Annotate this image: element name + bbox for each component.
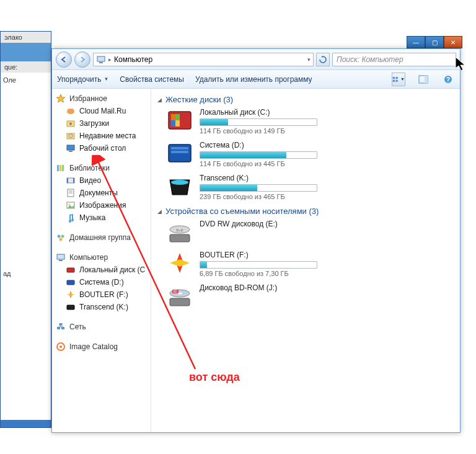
svg-rect-52 bbox=[171, 151, 188, 153]
collapse-triangle-icon: ◢ bbox=[157, 208, 162, 215]
sidebar-item-drive-c[interactable]: Локальный диск (C bbox=[55, 264, 148, 276]
breadcrumb-text: Компьютер bbox=[114, 55, 152, 64]
sidebar-item-downloads[interactable]: Загрузки bbox=[55, 117, 148, 130]
svg-rect-35 bbox=[67, 280, 74, 285]
background-window: элако que: Оле ад bbox=[0, 31, 51, 428]
drive-name: DVD RW дисковод (E:) bbox=[200, 220, 454, 228]
network-header[interactable]: Сеть bbox=[55, 321, 148, 333]
sidebar-item-cloud[interactable]: Cloud Mail.Ru bbox=[55, 105, 148, 117]
computer-icon bbox=[56, 252, 66, 262]
organize-button[interactable]: Упорядочить▼ bbox=[57, 75, 108, 84]
svg-rect-3 bbox=[396, 77, 398, 79]
drive-name: Локальный диск (C:) bbox=[200, 108, 454, 117]
help-button[interactable]: ? bbox=[441, 73, 455, 86]
documents-icon bbox=[66, 188, 76, 198]
svg-rect-22 bbox=[67, 178, 68, 183]
drive-j[interactable]: BD Дисковод BD-ROM (J:) bbox=[166, 283, 454, 308]
sidebar-item-pictures[interactable]: Изображения bbox=[55, 199, 148, 211]
back-button[interactable] bbox=[56, 51, 72, 68]
homegroup-group: Домашняя группа bbox=[55, 231, 148, 244]
drive-subtext: 239 ГБ свободно из 465 ГБ bbox=[200, 193, 454, 200]
favorites-header[interactable]: Избранное bbox=[55, 92, 148, 105]
dropdown-chevron-icon[interactable]: ▾ bbox=[307, 56, 311, 63]
toolbar: Упорядочить▼ Свойства системы Удалить ил… bbox=[52, 70, 460, 89]
drive-name: Система (D:) bbox=[200, 141, 454, 149]
libraries-icon bbox=[56, 163, 66, 173]
drive-e[interactable]: DVD DVD RW дисковод (E:) bbox=[166, 220, 454, 244]
help-icon: ? bbox=[444, 75, 452, 84]
drive-name: BOUTLER (F:) bbox=[200, 251, 454, 259]
collapse-triangle-icon: ◢ bbox=[157, 97, 162, 103]
sidebar-item-music[interactable]: Музыка bbox=[55, 211, 148, 224]
svg-rect-34 bbox=[67, 268, 74, 272]
system-properties-button[interactable]: Свойства системы bbox=[120, 75, 184, 84]
catalog-header[interactable]: Image Catalog bbox=[55, 340, 148, 353]
sidebar-item-desktop[interactable]: Рабочий стол bbox=[55, 142, 148, 154]
hard-disks-header[interactable]: ◢ Жесткие диски (3) bbox=[157, 95, 454, 104]
usage-bar bbox=[200, 151, 317, 159]
libraries-group: Библиотеки Видео Документы Изображения М… bbox=[55, 162, 148, 224]
drive-k[interactable]: Transcend (K:) 239 ГБ свободно из 465 ГБ bbox=[166, 174, 454, 200]
svg-rect-20 bbox=[62, 165, 64, 171]
computer-icon bbox=[96, 55, 106, 65]
sidebar-item-video[interactable]: Видео bbox=[55, 174, 148, 187]
sidebar: Избранное Cloud Mail.Ru Загрузки Недавни… bbox=[52, 89, 151, 432]
sidebar-item-recent[interactable]: Недавние места bbox=[55, 130, 148, 142]
usage-fill bbox=[200, 185, 257, 191]
hdd-icon bbox=[66, 302, 76, 312]
forward-button[interactable] bbox=[74, 51, 90, 68]
music-icon bbox=[66, 213, 76, 223]
svg-point-31 bbox=[60, 238, 63, 241]
svg-rect-18 bbox=[57, 165, 59, 171]
refresh-button[interactable] bbox=[316, 53, 330, 66]
drive-d[interactable]: Система (D:) 114 ГБ свободно из 445 ГБ bbox=[166, 141, 454, 167]
preview-pane-button[interactable] bbox=[416, 73, 430, 86]
drive-c[interactable]: Локальный диск (C:) 114 ГБ свободно из 1… bbox=[166, 108, 454, 135]
desktop-icon bbox=[66, 143, 76, 153]
sidebar-item-documents[interactable]: Документы bbox=[55, 187, 148, 199]
sidebar-item-drive-k[interactable]: Transcend (K:) bbox=[55, 301, 148, 313]
catalog-icon bbox=[56, 342, 66, 352]
svg-point-29 bbox=[58, 235, 61, 238]
close-button[interactable]: ✕ bbox=[444, 36, 462, 48]
hdd-icon bbox=[66, 277, 76, 287]
bg-line-1: Оле bbox=[3, 76, 48, 84]
usage-bar bbox=[200, 184, 317, 192]
svg-rect-39 bbox=[60, 323, 63, 326]
sidebar-item-drive-f[interactable]: BOUTLER (F:) bbox=[55, 288, 148, 301]
drive-subtext: 114 ГБ свободно из 149 ГБ bbox=[200, 127, 454, 135]
bg-strip-2: que: bbox=[1, 61, 51, 73]
search-placeholder: Поиск: Компьютер bbox=[337, 55, 403, 64]
bg-strip-1: элако bbox=[1, 32, 51, 43]
address-bar[interactable]: ▸ Компьютер ▾ bbox=[93, 53, 314, 66]
uninstall-button[interactable]: Удалить или изменить программу bbox=[195, 75, 312, 84]
refresh-icon bbox=[319, 56, 327, 63]
svg-rect-4 bbox=[393, 79, 395, 81]
drive-name: Transcend (K:) bbox=[200, 174, 454, 182]
search-input[interactable]: Поиск: Компьютер bbox=[332, 53, 456, 66]
arrow-left-icon bbox=[60, 56, 68, 63]
drive-f[interactable]: BOUTLER (F:) 6,89 ГБ свободно из 7,30 ГБ bbox=[166, 251, 454, 277]
removable-icon bbox=[166, 251, 193, 275]
minimize-button[interactable]: — bbox=[407, 36, 425, 48]
svg-rect-7 bbox=[425, 76, 428, 83]
svg-point-12 bbox=[70, 109, 74, 112]
hdd-icon bbox=[166, 141, 193, 166]
computer-header[interactable]: Компьютер bbox=[55, 251, 148, 264]
libraries-header[interactable]: Библиотеки bbox=[55, 162, 148, 174]
svg-rect-2 bbox=[393, 77, 395, 79]
svg-point-53 bbox=[171, 180, 188, 185]
bg-line-2: ад bbox=[3, 270, 48, 277]
svg-rect-5 bbox=[396, 79, 398, 81]
removable-header[interactable]: ◢ Устройства со съемными носителями (3) bbox=[157, 207, 454, 216]
view-options-button[interactable]: ▼ bbox=[392, 73, 405, 86]
homegroup-icon bbox=[56, 233, 66, 243]
downloads-icon bbox=[66, 118, 76, 128]
svg-rect-38 bbox=[61, 327, 64, 329]
cloud-icon bbox=[66, 106, 76, 116]
homegroup-header[interactable]: Домашняя группа bbox=[55, 231, 148, 244]
svg-text:BD: BD bbox=[174, 290, 178, 293]
view-icon bbox=[392, 76, 399, 83]
sidebar-item-drive-d[interactable]: Система (D:) bbox=[55, 276, 148, 288]
maximize-button[interactable]: ▢ bbox=[425, 36, 444, 48]
